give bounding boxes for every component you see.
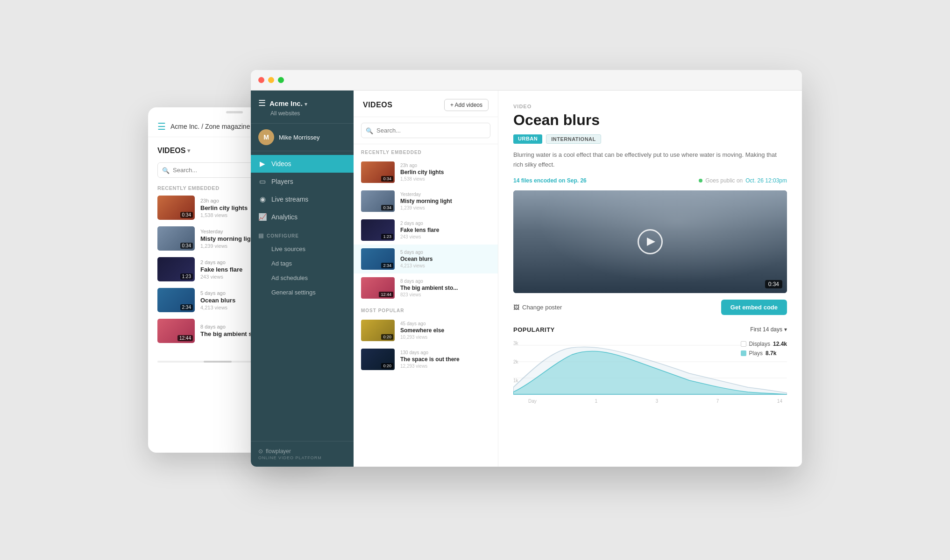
middle-list-item[interactable]: 0:34 23h ago Berlin city lights 1,538 vi… <box>354 158 498 187</box>
popularity-title: POPULARITY <box>513 326 555 333</box>
video-preview[interactable]: 0:34 <box>513 190 787 293</box>
popularity-header: POPULARITY First 14 days ▾ <box>513 326 787 333</box>
detail-actions: 🖼 Change poster Get embed code <box>513 300 787 315</box>
middle-list-item[interactable]: 0:34 Yesterday Misty morning light 1,239… <box>354 187 498 216</box>
legend-plays: Plays 8.7k <box>741 350 787 357</box>
sidebar-nav: ▶ Videos ▭ Players ◉ Live streams 📈 Anal… <box>251 151 354 441</box>
sidebar-item-ad-tags[interactable]: Ad tags <box>251 256 354 271</box>
traffic-light-minimize[interactable] <box>268 77 274 83</box>
sidebar-item-players-label: Players <box>271 178 293 185</box>
chart-x-labels: Day 1 3 7 14 <box>513 399 787 404</box>
get-embed-code-button[interactable]: Get embed code <box>721 300 787 315</box>
middle-thumb-berlin: 0:34 <box>361 161 395 183</box>
sidebar-item-videos[interactable]: ▶ Videos <box>251 155 354 173</box>
sidebar-item-live-sources[interactable]: Live sources <box>251 242 354 256</box>
detail-files-info: 14 files encoded on Sep. 26 <box>513 177 587 184</box>
sidebar-item-analytics-label: Analytics <box>271 213 298 221</box>
middle-list-item[interactable]: 12:44 8 days ago The big ambient sto... … <box>354 273 498 302</box>
period-selector[interactable]: First 14 days ▾ <box>750 326 787 333</box>
sidebar-item-general-settings[interactable]: General settings <box>251 285 354 300</box>
mobile-brand-label: Acme Inc. / Zone magazine <box>170 123 250 130</box>
tag-urban[interactable]: URBAN <box>513 134 542 144</box>
sidebar-item-players[interactable]: ▭ Players <box>251 173 354 190</box>
traffic-light-maximize[interactable] <box>278 77 284 83</box>
sidebar-menu-button[interactable]: ☰ <box>258 99 266 107</box>
mobile-thumb-0: 0:34 <box>157 196 195 220</box>
mobile-duration-4: 12:44 <box>177 335 193 341</box>
mobile-duration-3: 2:34 <box>180 304 193 310</box>
mobile-thumb-2: 1:23 <box>157 257 195 281</box>
green-dot-icon <box>699 179 702 182</box>
popularity-section: POPULARITY First 14 days ▾ Displays 12.4… <box>513 326 787 411</box>
detail-description: Blurring water is a cool effect that can… <box>513 150 787 170</box>
sidebar-configure-label: ▤ CONFIGURE <box>251 226 354 242</box>
mobile-menu-icon[interactable]: ☰ <box>157 121 166 132</box>
middle-most-popular-label: MOST POPULAR <box>354 302 498 316</box>
chart-y-labels: 3k 2k 1k <box>513 341 526 397</box>
legend-displays: Displays 12.4k <box>741 341 787 347</box>
sidebar-item-live-streams[interactable]: ◉ Live streams <box>251 190 354 208</box>
mobile-duration-2: 1:23 <box>180 273 193 280</box>
sidebar-brand-name: Acme Inc. ▾ <box>269 99 307 107</box>
play-button[interactable] <box>638 229 663 254</box>
middle-video-list: RECENTLY EMBEDDED 0:34 23h ago Berlin ci… <box>354 144 498 467</box>
configure-icon: ▤ <box>258 232 264 239</box>
middle-list-item[interactable]: 1:23 2 days ago Fake lens flare 243 view… <box>354 216 498 245</box>
sidebar-item-videos-label: Videos <box>271 160 291 168</box>
detail-video-title: Ocean blurs <box>513 111 787 129</box>
tag-international[interactable]: INTERNATIONAL <box>546 134 601 144</box>
players-icon: ▭ <box>258 177 267 186</box>
sidebar-avatar: M <box>258 129 274 145</box>
mobile-duration-1: 0:34 <box>180 243 193 249</box>
displays-legend-box <box>741 341 746 347</box>
plays-value: 8.7k <box>766 350 776 357</box>
traffic-light-close[interactable] <box>258 77 264 83</box>
middle-panel-title: VIDEOS <box>363 101 392 109</box>
middle-thumb-misty: 0:34 <box>361 190 395 212</box>
app-window: ☰ Acme Inc. ▾ All websites M Mike Morris… <box>251 70 802 467</box>
mobile-thumb-4: 12:44 <box>157 319 195 343</box>
sidebar-footer-tagline: ONLINE VIDEO PLATFORM <box>258 455 346 460</box>
image-icon: 🖼 <box>513 304 519 311</box>
detail-tags: URBAN INTERNATIONAL <box>513 134 787 144</box>
middle-list-item[interactable]: 0:20 130 days ago The space is out there… <box>354 345 498 374</box>
middle-thumb-ambient: 12:44 <box>361 277 395 299</box>
middle-thumb-space: 0:20 <box>361 349 395 370</box>
detail-panel: VIDEO Ocean blurs URBAN INTERNATIONAL Bl… <box>498 91 802 467</box>
displays-value: 12.4k <box>773 341 787 347</box>
window-titlebar <box>251 70 802 91</box>
mobile-search-icon: 🔍 <box>162 167 170 174</box>
chart-legend: Displays 12.4k Plays 8.7k <box>741 341 787 357</box>
middle-thumb-lens: 1:23 <box>361 219 395 241</box>
middle-thumb-ocean: 2:34 <box>361 248 395 270</box>
videos-icon: ▶ <box>258 160 267 168</box>
mobile-thumb-1: 0:34 <box>157 226 195 251</box>
middle-search-input[interactable] <box>361 123 490 138</box>
sidebar-item-analytics[interactable]: 📈 Analytics <box>251 208 354 226</box>
play-triangle-icon <box>647 238 655 246</box>
sidebar-item-live-streams-label: Live streams <box>271 196 308 203</box>
mobile-thumb-3: 2:34 <box>157 288 195 312</box>
mobile-duration-0: 0:34 <box>180 212 193 218</box>
goes-public-date-link[interactable]: Oct. 26 12:03pm <box>745 177 787 184</box>
video-duration-badge: 0:34 <box>765 280 782 288</box>
middle-search-icon: 🔍 <box>366 127 373 134</box>
middle-list-item-selected[interactable]: 2:34 5 days ago Ocean blurs 4,213 views <box>354 245 498 273</box>
chart-area: Displays 12.4k Plays 8.7k 3k <box>513 341 787 411</box>
live-streams-icon: ◉ <box>258 195 267 203</box>
middle-list-item[interactable]: 0:20 45 days ago Somewhere else 10,293 v… <box>354 316 498 345</box>
sidebar-all-websites: All websites <box>258 110 346 117</box>
flowplayer-logo: ⊙ flowplayer <box>258 448 346 455</box>
plays-legend-box <box>741 350 746 356</box>
detail-type-label: VIDEO <box>513 104 787 109</box>
sidebar: ☰ Acme Inc. ▾ All websites M Mike Morris… <box>251 91 354 467</box>
sidebar-footer: ⊙ flowplayer ONLINE VIDEO PLATFORM <box>251 441 354 467</box>
video-preview-overlay <box>513 190 787 293</box>
mobile-section-title: VIDEOS ▾ <box>157 147 190 155</box>
middle-panel: VIDEOS + Add videos 🔍 RECENTLY EMBEDDED … <box>354 91 498 467</box>
change-poster-button[interactable]: 🖼 Change poster <box>513 304 562 311</box>
middle-add-videos-button[interactable]: + Add videos <box>444 99 489 111</box>
sidebar-item-ad-schedules[interactable]: Ad schedules <box>251 271 354 285</box>
sidebar-username: Mike Morrissey <box>279 134 319 141</box>
detail-goes-public: Goes public on Oct. 26 12:03pm <box>699 177 787 184</box>
